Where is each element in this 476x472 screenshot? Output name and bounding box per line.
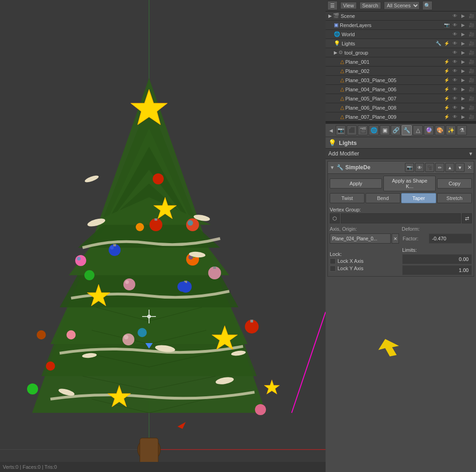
outliner-menu-icon[interactable]: ☰ bbox=[327, 1, 338, 10]
lights-extra2-btn[interactable]: ⚡ bbox=[443, 40, 450, 47]
outliner-search-icon[interactable]: 🔍 bbox=[422, 1, 432, 10]
outliner-row-tool-group[interactable]: ▶ ⚙ tool_group 👁 ▶ 🎥 bbox=[326, 48, 476, 57]
modifier-close-icon[interactable]: ✕ bbox=[467, 164, 472, 171]
rl-ren-btn[interactable]: 🎥 bbox=[468, 22, 475, 29]
p005-extra[interactable]: ⚡ bbox=[443, 95, 450, 102]
prop-icon-world[interactable]: 🌐 bbox=[369, 125, 379, 135]
axis-clear-icon[interactable]: ✕ bbox=[392, 233, 399, 244]
p002-sel[interactable]: ▶ bbox=[459, 67, 467, 75]
p004-extra[interactable]: ⚡ bbox=[443, 86, 450, 93]
p006-vis[interactable]: 👁 bbox=[451, 104, 459, 111]
outliner-search-button[interactable]: Search bbox=[360, 2, 381, 9]
prop-icon-texture[interactable]: 🎨 bbox=[435, 125, 445, 135]
prop-icon-render[interactable]: 📷 bbox=[336, 125, 346, 135]
p006-sel[interactable]: ▶ bbox=[459, 104, 467, 111]
rl-cam-btn[interactable]: 📷 bbox=[443, 22, 450, 29]
tab-twist[interactable]: Twist bbox=[330, 193, 365, 203]
scene-render-btn[interactable]: 🎥 bbox=[468, 12, 475, 20]
expand-toolgroup-icon[interactable]: ▶ bbox=[334, 50, 338, 55]
apply-button[interactable]: Apply bbox=[330, 178, 382, 189]
p001-extra[interactable]: ⚡ bbox=[443, 58, 450, 66]
modifier-camera-icon[interactable]: 📷 bbox=[405, 163, 414, 172]
outliner-row-plane003[interactable]: △ Plane_003_Plane_005 ⚡ 👁 ▶ 🎥 bbox=[326, 76, 476, 85]
prop-icon-data[interactable]: △ bbox=[413, 125, 423, 135]
outliner-scenes-select[interactable]: All Scenes bbox=[384, 1, 420, 10]
scene-visibility-btn[interactable]: 👁 bbox=[451, 12, 459, 20]
vertex-group-input[interactable] bbox=[341, 213, 461, 223]
lights-sel-btn[interactable]: ▶ bbox=[459, 40, 467, 47]
copy-button[interactable]: Copy bbox=[437, 178, 472, 189]
p005-sel[interactable]: ▶ bbox=[459, 95, 467, 102]
outliner-row-plane004[interactable]: △ Plane_004_Plane_006 ⚡ 👁 ▶ 🎥 bbox=[326, 85, 476, 94]
p007-vis[interactable]: 👁 bbox=[451, 113, 459, 121]
modifier-up-icon[interactable]: ▲ bbox=[445, 163, 454, 172]
viewport[interactable]: Verts:0 | Faces:0 | Tris:0 bbox=[0, 0, 326, 472]
world-sel-btn[interactable]: ▶ bbox=[459, 31, 467, 38]
p002-vis[interactable]: 👁 bbox=[451, 67, 459, 75]
lights-ren-btn[interactable]: 🎥 bbox=[468, 40, 475, 47]
outliner-row-plane007[interactable]: △ Plane_007_Plane_009 ⚡ 👁 ▶ 🎥 bbox=[326, 112, 476, 122]
p001-vis[interactable]: 👁 bbox=[451, 58, 459, 66]
outliner-row-renderlayers[interactable]: ▣ RenderLayers 📷 👁 ▶ 🎥 bbox=[326, 21, 476, 30]
outliner-row-world[interactable]: 🌐 World 👁 ▶ 🎥 bbox=[326, 30, 476, 39]
factor-field[interactable]: -0.470 bbox=[429, 233, 472, 244]
outliner-row-scene[interactable]: ▶ 🎬 Scene 👁 ▶ 🎥 bbox=[326, 11, 476, 21]
lights-vis-btn[interactable]: 👁 bbox=[451, 40, 459, 47]
scene-select-btn[interactable]: ▶ bbox=[459, 12, 467, 20]
modifier-render-icon[interactable]: 🎥 bbox=[425, 163, 434, 172]
outliner-row-lights[interactable]: 💡 Lights 🔧 ⚡ 👁 ▶ 🎥 bbox=[326, 39, 476, 48]
prop-icon-object[interactable]: ▣ bbox=[380, 125, 390, 135]
modifier-down-icon[interactable]: ▼ bbox=[455, 163, 465, 172]
expand-scene-icon[interactable]: ▶ bbox=[328, 13, 332, 18]
prop-icon-particles[interactable]: ✨ bbox=[446, 125, 456, 135]
p003-vis[interactable]: 👁 bbox=[451, 77, 459, 84]
tab-bend[interactable]: Bend bbox=[365, 193, 400, 203]
p002-ren[interactable]: 🎥 bbox=[468, 67, 475, 75]
rl-sel-btn[interactable]: ▶ bbox=[459, 22, 467, 29]
rl-vis-btn[interactable]: 👁 bbox=[451, 22, 459, 29]
tab-taper[interactable]: Taper bbox=[401, 193, 436, 203]
modifier-expand-icon[interactable]: ▼ bbox=[330, 165, 335, 170]
world-ren-btn[interactable]: 🎥 bbox=[468, 31, 475, 38]
prop-icon-constraints[interactable]: 🔗 bbox=[391, 125, 401, 135]
limits-max-field[interactable]: 1.00 bbox=[402, 265, 472, 275]
vertex-group-swap-icon[interactable]: ⇄ bbox=[462, 213, 472, 223]
p007-ren[interactable]: 🎥 bbox=[468, 113, 475, 121]
modifier-eye-icon[interactable]: 👁 bbox=[415, 163, 424, 172]
modifier-edit-icon[interactable]: ✏ bbox=[435, 163, 444, 172]
p007-sel[interactable]: ▶ bbox=[459, 113, 467, 121]
outliner-view-button[interactable]: View bbox=[340, 2, 357, 9]
limits-min-field[interactable]: 0.00 bbox=[402, 254, 472, 264]
axis-value-field[interactable]: Plane_024_Plane_0... bbox=[330, 233, 391, 244]
prop-icon-material[interactable]: 🔮 bbox=[424, 125, 434, 135]
tg-ren-btn[interactable]: 🎥 bbox=[468, 49, 475, 56]
lock-y-checkbox[interactable] bbox=[330, 266, 336, 272]
outliner-row-plane005[interactable]: △ Plane_005_Plane_007 ⚡ 👁 ▶ 🎥 bbox=[326, 94, 476, 103]
world-vis-btn[interactable]: 👁 bbox=[451, 31, 459, 38]
p006-extra[interactable]: ⚡ bbox=[443, 104, 450, 111]
outliner-row-plane001[interactable]: △ Plane_001 ⚡ 👁 ▶ 🎥 bbox=[326, 57, 476, 67]
p004-vis[interactable]: 👁 bbox=[451, 86, 459, 93]
p003-ren[interactable]: 🎥 bbox=[468, 77, 475, 84]
outliner-row-plane002[interactable]: △ Plane_002 ⚡ 👁 ▶ 🎥 bbox=[326, 67, 476, 76]
apply-shape-button[interactable]: Apply as Shape K... bbox=[383, 176, 436, 191]
vertex-group-icon[interactable]: ⬡ bbox=[330, 213, 340, 223]
p003-sel[interactable]: ▶ bbox=[459, 77, 467, 84]
lock-x-checkbox[interactable] bbox=[330, 258, 336, 264]
p004-ren[interactable]: 🎥 bbox=[468, 86, 475, 93]
outliner-row-plane006[interactable]: △ Plane_006_Plane_008 ⚡ 👁 ▶ 🎥 bbox=[326, 103, 476, 112]
p006-ren[interactable]: 🎥 bbox=[468, 104, 475, 111]
tg-sel-btn[interactable]: ▶ bbox=[459, 49, 467, 56]
p005-vis[interactable]: 👁 bbox=[451, 95, 459, 102]
tg-vis-btn[interactable]: 👁 bbox=[451, 49, 459, 56]
p001-sel[interactable]: ▶ bbox=[459, 58, 467, 66]
tab-stretch[interactable]: Stretch bbox=[437, 193, 472, 203]
p003-extra[interactable]: ⚡ bbox=[443, 77, 450, 84]
p001-ren[interactable]: 🎥 bbox=[468, 58, 475, 66]
p004-sel[interactable]: ▶ bbox=[459, 86, 467, 93]
p007-extra[interactable]: ⚡ bbox=[443, 113, 450, 121]
prop-icon-layers[interactable]: ⬛ bbox=[347, 125, 357, 135]
prop-icon-scene[interactable]: 🎬 bbox=[358, 125, 368, 135]
lights-extra-btn[interactable]: 🔧 bbox=[435, 40, 442, 47]
prop-icon-modifiers[interactable]: 🔧 bbox=[402, 125, 412, 135]
